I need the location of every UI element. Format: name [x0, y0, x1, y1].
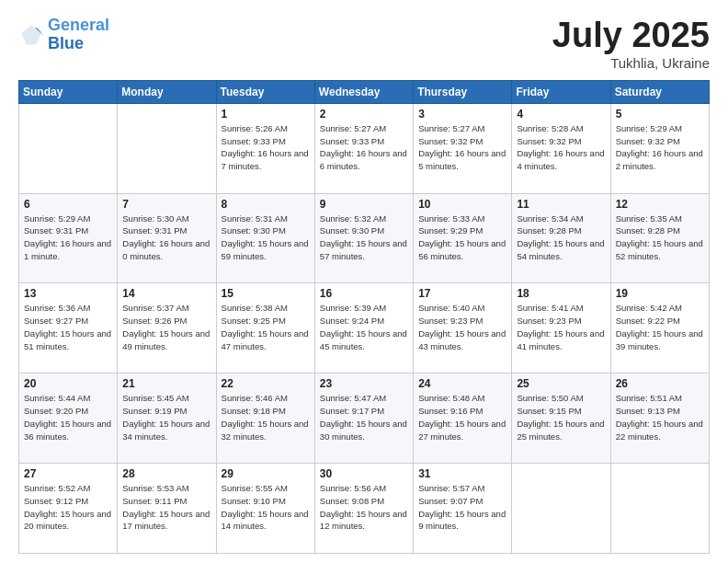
calendar-cell: [118, 103, 216, 193]
day-info: Sunrise: 5:44 AMSunset: 9:20 PMDaylight:…: [24, 392, 112, 442]
day-info: Sunrise: 5:57 AMSunset: 9:07 PMDaylight:…: [418, 482, 506, 533]
calendar-cell: 4Sunrise: 5:28 AMSunset: 9:32 PMDaylight…: [512, 103, 610, 193]
day-info: Sunrise: 5:56 AMSunset: 9:08 PMDaylight:…: [320, 482, 408, 533]
calendar-table: SundayMondayTuesdayWednesdayThursdayFrid…: [18, 80, 710, 554]
day-info: Sunrise: 5:30 AMSunset: 9:31 PMDaylight:…: [122, 213, 210, 263]
logo-general: General: [48, 16, 109, 34]
calendar-cell: 21Sunrise: 5:45 AMSunset: 9:19 PMDayligh…: [118, 373, 216, 464]
day-info: Sunrise: 5:32 AMSunset: 9:30 PMDaylight:…: [320, 213, 408, 263]
page: General Blue July 2025 Tukhlia, Ukraine …: [0, 0, 728, 563]
day-info: Sunrise: 5:28 AMSunset: 9:32 PMDaylight:…: [517, 122, 605, 173]
calendar-cell: [610, 464, 709, 554]
calendar-cell: 28Sunrise: 5:53 AMSunset: 9:11 PMDayligh…: [118, 464, 216, 554]
calendar-cell: 22Sunrise: 5:46 AMSunset: 9:18 PMDayligh…: [216, 373, 314, 464]
day-number: 2: [320, 108, 408, 121]
day-number: 17: [418, 287, 506, 300]
calendar-cell: 19Sunrise: 5:42 AMSunset: 9:22 PMDayligh…: [610, 283, 709, 373]
weekday-header-friday: Friday: [512, 80, 610, 103]
day-number: 20: [24, 377, 112, 390]
calendar-week-3: 13Sunrise: 5:36 AMSunset: 9:27 PMDayligh…: [19, 283, 710, 373]
day-number: 19: [616, 287, 704, 300]
day-number: 12: [616, 198, 704, 211]
weekday-header-saturday: Saturday: [610, 80, 709, 103]
logo-blue: Blue: [48, 35, 109, 53]
calendar-cell: 6Sunrise: 5:29 AMSunset: 9:31 PMDaylight…: [19, 193, 118, 283]
day-number: 14: [122, 287, 210, 300]
day-info: Sunrise: 5:53 AMSunset: 9:11 PMDaylight:…: [122, 482, 210, 533]
day-number: 27: [24, 467, 112, 480]
calendar-week-4: 20Sunrise: 5:44 AMSunset: 9:20 PMDayligh…: [19, 373, 710, 464]
weekday-header-row: SundayMondayTuesdayWednesdayThursdayFrid…: [19, 80, 710, 103]
calendar-cell: 8Sunrise: 5:31 AMSunset: 9:30 PMDaylight…: [216, 193, 314, 283]
calendar-cell: 30Sunrise: 5:56 AMSunset: 9:08 PMDayligh…: [314, 464, 413, 554]
month-title: July 2025: [552, 17, 710, 55]
calendar-cell: 14Sunrise: 5:37 AMSunset: 9:26 PMDayligh…: [118, 283, 216, 373]
day-number: 9: [320, 198, 408, 211]
day-info: Sunrise: 5:47 AMSunset: 9:17 PMDaylight:…: [320, 392, 408, 442]
day-info: Sunrise: 5:37 AMSunset: 9:26 PMDaylight:…: [122, 302, 210, 352]
day-number: 8: [222, 198, 310, 211]
day-number: 10: [418, 198, 506, 211]
day-number: 29: [222, 467, 310, 480]
calendar-cell: [512, 464, 610, 554]
logo: General Blue: [18, 17, 109, 53]
day-number: 5: [616, 108, 704, 121]
calendar-cell: 26Sunrise: 5:51 AMSunset: 9:13 PMDayligh…: [610, 373, 709, 464]
calendar-cell: 17Sunrise: 5:40 AMSunset: 9:23 PMDayligh…: [414, 283, 512, 373]
calendar-cell: 25Sunrise: 5:50 AMSunset: 9:15 PMDayligh…: [512, 373, 610, 464]
day-info: Sunrise: 5:26 AMSunset: 9:33 PMDaylight:…: [222, 122, 310, 173]
logo-text: General Blue: [48, 17, 109, 53]
weekday-header-thursday: Thursday: [414, 80, 512, 103]
calendar-week-5: 27Sunrise: 5:52 AMSunset: 9:12 PMDayligh…: [19, 464, 710, 554]
day-info: Sunrise: 5:40 AMSunset: 9:23 PMDaylight:…: [418, 302, 506, 352]
calendar-cell: 16Sunrise: 5:39 AMSunset: 9:24 PMDayligh…: [314, 283, 413, 373]
day-info: Sunrise: 5:42 AMSunset: 9:22 PMDaylight:…: [616, 302, 704, 352]
day-number: 16: [320, 287, 408, 300]
day-number: 24: [418, 377, 506, 390]
day-number: 21: [122, 377, 210, 390]
day-number: 3: [418, 108, 506, 121]
day-info: Sunrise: 5:48 AMSunset: 9:16 PMDaylight:…: [418, 392, 506, 442]
day-info: Sunrise: 5:27 AMSunset: 9:33 PMDaylight:…: [320, 122, 408, 173]
day-number: 15: [222, 287, 310, 300]
calendar-cell: [19, 103, 118, 193]
day-number: 11: [517, 198, 605, 211]
day-info: Sunrise: 5:34 AMSunset: 9:28 PMDaylight:…: [517, 213, 605, 263]
day-info: Sunrise: 5:46 AMSunset: 9:18 PMDaylight:…: [222, 392, 310, 442]
calendar-week-1: 1Sunrise: 5:26 AMSunset: 9:33 PMDaylight…: [19, 103, 710, 193]
day-info: Sunrise: 5:35 AMSunset: 9:28 PMDaylight:…: [616, 213, 704, 263]
calendar-cell: 2Sunrise: 5:27 AMSunset: 9:33 PMDaylight…: [314, 103, 413, 193]
calendar-cell: 11Sunrise: 5:34 AMSunset: 9:28 PMDayligh…: [512, 193, 610, 283]
calendar-cell: 23Sunrise: 5:47 AMSunset: 9:17 PMDayligh…: [314, 373, 413, 464]
calendar-cell: 3Sunrise: 5:27 AMSunset: 9:32 PMDaylight…: [414, 103, 512, 193]
day-number: 30: [320, 467, 408, 480]
day-info: Sunrise: 5:29 AMSunset: 9:32 PMDaylight:…: [616, 122, 704, 173]
day-info: Sunrise: 5:45 AMSunset: 9:19 PMDaylight:…: [122, 392, 210, 442]
location-subtitle: Tukhlia, Ukraine: [552, 55, 710, 71]
weekday-header-wednesday: Wednesday: [314, 80, 413, 103]
day-number: 28: [122, 467, 210, 480]
header: General Blue July 2025 Tukhlia, Ukraine: [18, 17, 710, 71]
day-info: Sunrise: 5:51 AMSunset: 9:13 PMDaylight:…: [616, 392, 704, 442]
day-number: 23: [320, 377, 408, 390]
day-number: 22: [222, 377, 310, 390]
calendar-cell: 31Sunrise: 5:57 AMSunset: 9:07 PMDayligh…: [414, 464, 512, 554]
day-info: Sunrise: 5:39 AMSunset: 9:24 PMDaylight:…: [320, 302, 408, 352]
day-info: Sunrise: 5:55 AMSunset: 9:10 PMDaylight:…: [222, 482, 310, 533]
calendar-cell: 1Sunrise: 5:26 AMSunset: 9:33 PMDaylight…: [216, 103, 314, 193]
calendar-cell: 18Sunrise: 5:41 AMSunset: 9:23 PMDayligh…: [512, 283, 610, 373]
day-info: Sunrise: 5:36 AMSunset: 9:27 PMDaylight:…: [24, 302, 112, 352]
day-number: 26: [616, 377, 704, 390]
calendar-cell: 20Sunrise: 5:44 AMSunset: 9:20 PMDayligh…: [19, 373, 118, 464]
calendar-week-2: 6Sunrise: 5:29 AMSunset: 9:31 PMDaylight…: [19, 193, 710, 283]
calendar-cell: 12Sunrise: 5:35 AMSunset: 9:28 PMDayligh…: [610, 193, 709, 283]
day-info: Sunrise: 5:52 AMSunset: 9:12 PMDaylight:…: [24, 482, 112, 533]
weekday-header-monday: Monday: [118, 80, 216, 103]
calendar-cell: 5Sunrise: 5:29 AMSunset: 9:32 PMDaylight…: [610, 103, 709, 193]
calendar-cell: 10Sunrise: 5:33 AMSunset: 9:29 PMDayligh…: [414, 193, 512, 283]
calendar-cell: 24Sunrise: 5:48 AMSunset: 9:16 PMDayligh…: [414, 373, 512, 464]
calendar-cell: 7Sunrise: 5:30 AMSunset: 9:31 PMDaylight…: [118, 193, 216, 283]
weekday-header-tuesday: Tuesday: [216, 80, 314, 103]
day-number: 18: [517, 287, 605, 300]
day-number: 31: [418, 467, 506, 480]
